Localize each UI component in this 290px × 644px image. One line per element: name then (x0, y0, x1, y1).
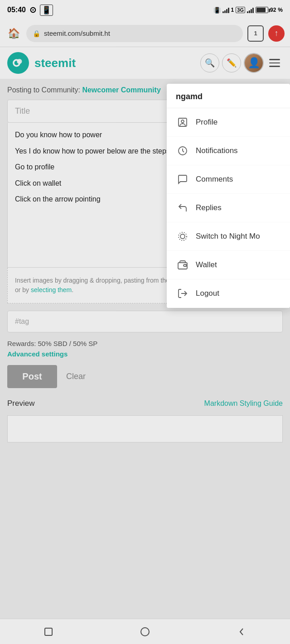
wallet-label: Wallet (196, 260, 217, 269)
comments-icon (176, 173, 189, 186)
comments-label: Comments (196, 175, 233, 184)
dropdown-menu: ngamd Profile Notifications Comments (167, 84, 290, 308)
dropdown-item-replies[interactable]: Replies (167, 194, 290, 222)
dropdown-item-profile[interactable]: Profile (167, 108, 290, 137)
profile-icon (176, 115, 189, 129)
svg-point-4 (181, 120, 184, 123)
dropdown-item-nightmode[interactable]: Switch to Night Mo (167, 222, 290, 251)
svg-point-6 (180, 234, 185, 239)
svg-rect-8 (178, 263, 187, 269)
notifications-label: Notifications (196, 146, 238, 155)
dropdown-item-logout[interactable]: Logout (167, 279, 290, 308)
dropdown-item-comments[interactable]: Comments (167, 165, 290, 194)
logout-label: Logout (196, 289, 219, 298)
logout-icon (176, 287, 189, 300)
profile-label: Profile (196, 118, 218, 127)
nightmode-label: Switch to Night Mo (196, 232, 260, 241)
replies-label: Replies (196, 203, 222, 212)
nightmode-icon (176, 230, 189, 243)
dropdown-item-notifications[interactable]: Notifications (167, 137, 290, 165)
wallet-icon (176, 258, 189, 272)
notifications-icon (176, 144, 189, 158)
replies-icon (176, 201, 189, 215)
dropdown-item-wallet[interactable]: Wallet (167, 251, 290, 279)
dropdown-username: ngamd (167, 84, 290, 108)
svg-point-7 (179, 232, 187, 240)
